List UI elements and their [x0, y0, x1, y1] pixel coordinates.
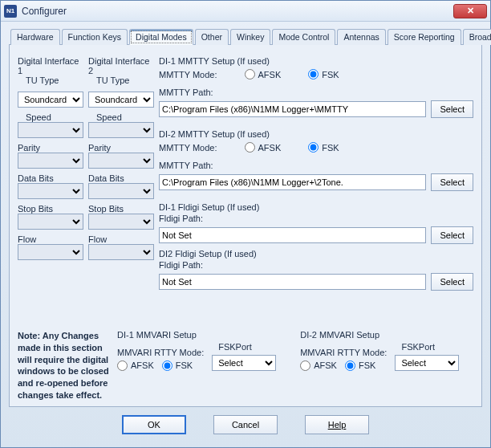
- di1-stopbits-label: Stop Bits: [18, 204, 83, 214]
- di2-databits-select[interactable]: [88, 183, 154, 199]
- mmtty2-fsk-label: FSK: [322, 143, 339, 153]
- di2-speed-label: Speed: [96, 112, 154, 122]
- mmtty2-select-button[interactable]: Select: [431, 173, 473, 191]
- di2-parity-label: Parity: [88, 143, 154, 153]
- changes-note: Note: Any Changes made in this section w…: [18, 330, 111, 401]
- mmvari-area: DI-1 MMVARI Setup MMVARI RTTY Mode: AFSK…: [117, 330, 473, 401]
- mmtty1-afsk-radio[interactable]: [245, 69, 255, 79]
- mmtty2-afsk-label: AFSK: [258, 143, 282, 153]
- tab-broadcast-data[interactable]: Broadcast Data: [463, 29, 491, 45]
- close-button[interactable]: ✕: [453, 4, 487, 18]
- mmtty1-select-button[interactable]: Select: [431, 100, 473, 118]
- setup-column: DI-1 MMTTY Setup (If used) MMTTY Mode: A…: [159, 56, 473, 328]
- mmtty1-mode-label: MMTTY Mode:: [159, 70, 217, 79]
- di2-stopbits-select[interactable]: [88, 214, 154, 230]
- mmtty1-fsk-radio[interactable]: [308, 69, 319, 79]
- fldigi1-title: DI-1 Fldigi Setup (If used): [159, 202, 473, 212]
- fldigi1-select-button[interactable]: Select: [431, 226, 473, 244]
- tab-antennas[interactable]: Antennas: [337, 29, 385, 45]
- mmtty2-path-input[interactable]: [159, 174, 426, 190]
- mmvari2-mode-label: MMVARI RTTY Mode:: [300, 348, 387, 357]
- di1-tu-type-label: TU Type: [26, 75, 83, 85]
- mmvari1-mode-label: MMVARI RTTY Mode:: [117, 348, 204, 357]
- digital-modes-panel: Digital Interface 1 TU Type Soundcard Sp…: [9, 45, 482, 407]
- mmvari1-fsk-radio[interactable]: [162, 360, 172, 371]
- tab-hardware[interactable]: Hardware: [10, 29, 60, 45]
- di2-flow-label: Flow: [88, 234, 154, 244]
- di2-stopbits-label: Stop Bits: [88, 204, 154, 214]
- di1-tu-type-select[interactable]: Soundcard: [18, 92, 83, 108]
- di1-parity-select[interactable]: [18, 153, 83, 169]
- mmtty1-path-input[interactable]: [159, 101, 426, 117]
- fldigi1-path-label: Fldigi Path:: [159, 214, 473, 223]
- help-button[interactable]: Help: [305, 415, 369, 434]
- di1-stopbits-select[interactable]: [18, 214, 83, 230]
- mmtty1-title: DI-1 MMTTY Setup (If used): [159, 56, 473, 66]
- window-title: Configurer: [22, 6, 67, 17]
- mmvari1-fsk-label: FSK: [176, 360, 193, 370]
- close-icon: ✕: [467, 6, 474, 16]
- di1-column: Digital Interface 1 TU Type Soundcard Sp…: [18, 56, 83, 328]
- fldigi1-path-input[interactable]: [159, 227, 426, 243]
- fldigi2-path-label: Fldigi Path:: [159, 260, 473, 270]
- fldigi2-select-button[interactable]: Select: [431, 273, 473, 291]
- di1-speed-select[interactable]: [18, 122, 83, 138]
- mmvari1-fskport-label: FSKPort: [218, 342, 276, 352]
- di1-flow-select[interactable]: [18, 244, 83, 260]
- mmvari2-fsk-label: FSK: [359, 360, 375, 370]
- mmvari2-fsk-radio[interactable]: [345, 360, 355, 371]
- mmtty1-fsk-label: FSK: [322, 70, 339, 79]
- mmvari2-fskport-label: FSKPort: [401, 342, 459, 352]
- di2-tu-type-label: TU Type: [96, 75, 154, 85]
- di2-speed-select[interactable]: [88, 122, 154, 138]
- mmtty1-path-label: MMTTY Path:: [159, 88, 473, 97]
- tab-winkey[interactable]: Winkey: [230, 29, 270, 45]
- tab-digital-modes[interactable]: Digital Modes: [129, 29, 193, 45]
- configurer-window: N1 Configurer ✕ Hardware Function Keys D…: [0, 0, 491, 448]
- tab-function-keys[interactable]: Function Keys: [62, 29, 128, 45]
- dialog-footer: OK Cancel Help: [9, 407, 482, 442]
- di2-header: Digital Interface 2: [88, 56, 154, 75]
- mmtty2-title: DI-2 MMTTY Setup (If used): [159, 129, 473, 139]
- mmvari1-afsk-label: AFSK: [131, 360, 154, 370]
- tab-strip: Hardware Function Keys Digital Modes Oth…: [9, 28, 482, 45]
- help-button-label: Help: [328, 420, 347, 430]
- mmvari2-block: DI-2 MMVARI Setup MMVARI RTTY Mode: AFSK…: [300, 330, 459, 401]
- mmvari2-title: DI-2 MMVARI Setup: [300, 330, 459, 340]
- ok-button[interactable]: OK: [122, 415, 186, 434]
- mmtty2-path-label: MMTTY Path:: [159, 161, 473, 170]
- di2-column: Digital Interface 2 TU Type Soundcard Sp…: [88, 56, 154, 328]
- mmvari2-afsk-radio[interactable]: [300, 360, 310, 371]
- di2-parity-select[interactable]: [88, 153, 154, 169]
- mmtty2-mode-label: MMTTY Mode:: [159, 143, 217, 153]
- mmtty2-afsk-radio[interactable]: [245, 142, 255, 153]
- di2-tu-type-select[interactable]: Soundcard: [88, 92, 154, 108]
- mmtty1-afsk-label: AFSK: [258, 70, 282, 79]
- di1-databits-label: Data Bits: [18, 173, 83, 183]
- mmvari2-fskport-select[interactable]: Select: [395, 355, 459, 371]
- mmtty2-fsk-radio[interactable]: [308, 142, 319, 153]
- fldigi2-path-input[interactable]: [159, 274, 426, 290]
- di1-flow-label: Flow: [18, 234, 83, 244]
- cancel-button[interactable]: Cancel: [213, 415, 278, 434]
- mmvari2-afsk-label: AFSK: [314, 360, 337, 370]
- tab-mode-control[interactable]: Mode Control: [272, 29, 335, 45]
- di1-header: Digital Interface 1: [18, 56, 83, 75]
- di1-speed-label: Speed: [26, 112, 83, 122]
- titlebar: N1 Configurer ✕: [1, 1, 490, 22]
- di2-flow-select[interactable]: [88, 244, 154, 260]
- tab-score-reporting[interactable]: Score Reporting: [388, 29, 461, 45]
- fldigi2-title: DI2 Fldigi Setup (If used): [159, 249, 473, 259]
- mmvari1-fskport-select[interactable]: Select: [212, 355, 276, 371]
- client-area: Hardware Function Keys Digital Modes Oth…: [1, 22, 490, 447]
- di2-databits-label: Data Bits: [88, 173, 154, 183]
- tab-other[interactable]: Other: [195, 29, 229, 45]
- app-icon: N1: [4, 5, 17, 18]
- mmvari1-title: DI-1 MMVARI Setup: [117, 330, 276, 340]
- mmvari1-block: DI-1 MMVARI Setup MMVARI RTTY Mode: AFSK…: [117, 330, 276, 401]
- mmvari1-afsk-radio[interactable]: [117, 360, 128, 371]
- di1-databits-select[interactable]: [18, 183, 83, 199]
- di1-parity-label: Parity: [18, 143, 83, 153]
